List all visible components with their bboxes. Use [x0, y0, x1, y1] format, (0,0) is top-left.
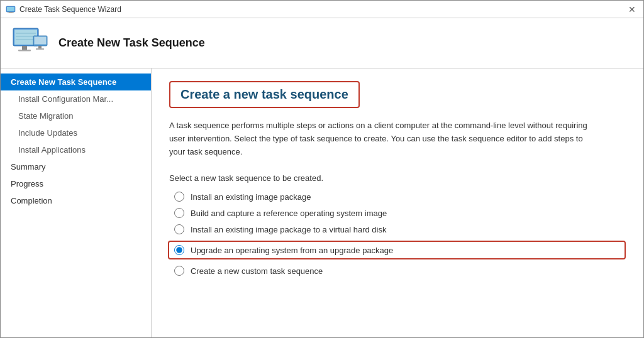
radio-item-install-virtual: Install an existing image package to a v… [174, 224, 626, 234]
svg-rect-13 [38, 46, 42, 48]
window-icon [6, 4, 16, 14]
select-label: Select a new task sequence to be created… [169, 173, 626, 183]
main-heading-box: Create a new task sequence [169, 81, 360, 108]
title-bar-left: Create Task Sequence Wizard [6, 4, 121, 14]
main-window: Create Task Sequence Wizard ✕ Create New… [0, 0, 644, 338]
header-area: Create New Task Sequence [1, 18, 643, 68]
radio-custom-sequence[interactable] [174, 266, 184, 276]
radio-build-capture[interactable] [174, 208, 184, 218]
radio-install-virtual[interactable] [174, 224, 184, 234]
svg-rect-12 [35, 37, 47, 45]
title-bar-text: Create Task Sequence Wizard [19, 5, 121, 14]
svg-rect-3 [8, 13, 14, 13]
main-panel: Create a new task sequence A task sequen… [152, 68, 643, 337]
sidebar-item-state-migration[interactable]: State Migration [1, 107, 151, 124]
svg-rect-1 [7, 7, 14, 11]
svg-rect-10 [18, 50, 31, 52]
radio-item-custom-sequence: Create a new custom task sequence [174, 266, 626, 276]
sidebar-item-create-new-task-sequence[interactable]: Create New Task Sequence [1, 74, 151, 90]
svg-rect-9 [22, 46, 27, 50]
radio-label-custom-sequence: Create a new custom task sequence [191, 266, 323, 276]
sidebar-item-include-updates[interactable]: Include Updates [1, 124, 151, 141]
sidebar: Create New Task Sequence Install Configu… [1, 68, 152, 337]
header-title: Create New Task Sequence [58, 36, 205, 50]
svg-rect-14 [36, 48, 44, 50]
computer-icon [11, 26, 48, 60]
radio-group: Install an existing image package Build … [174, 192, 626, 276]
main-heading: Create a new task sequence [180, 87, 348, 101]
title-bar: Create Task Sequence Wizard ✕ [1, 1, 643, 18]
radio-item-build-capture: Build and capture a reference operating … [174, 208, 626, 218]
radio-label-upgrade-os: Upgrade an operating system from an upgr… [191, 246, 393, 255]
radio-item-install-existing-image: Install an existing image package [174, 192, 626, 202]
sidebar-item-completion[interactable]: Completion [1, 192, 151, 209]
radio-label-build-capture: Build and capture a reference operating … [191, 209, 387, 218]
radio-label-install-existing-image: Install an existing image package [191, 192, 311, 202]
sidebar-item-summary[interactable]: Summary [1, 158, 151, 175]
content-area: Create New Task Sequence Install Configu… [1, 68, 643, 337]
sidebar-item-progress[interactable]: Progress [1, 175, 151, 192]
sidebar-item-install-applications[interactable]: Install Applications [1, 141, 151, 158]
radio-install-existing-image[interactable] [174, 192, 184, 202]
close-button[interactable]: ✕ [626, 4, 638, 14]
radio-upgrade-os[interactable] [174, 245, 184, 255]
radio-label-install-virtual: Install an existing image package to a v… [191, 225, 386, 234]
description-text: A task sequence performs multiple steps … [169, 119, 597, 158]
radio-item-upgrade-os: Upgrade an operating system from an upgr… [168, 241, 626, 259]
sidebar-item-install-configuration-manager[interactable]: Install Configuration Mar... [1, 90, 151, 107]
